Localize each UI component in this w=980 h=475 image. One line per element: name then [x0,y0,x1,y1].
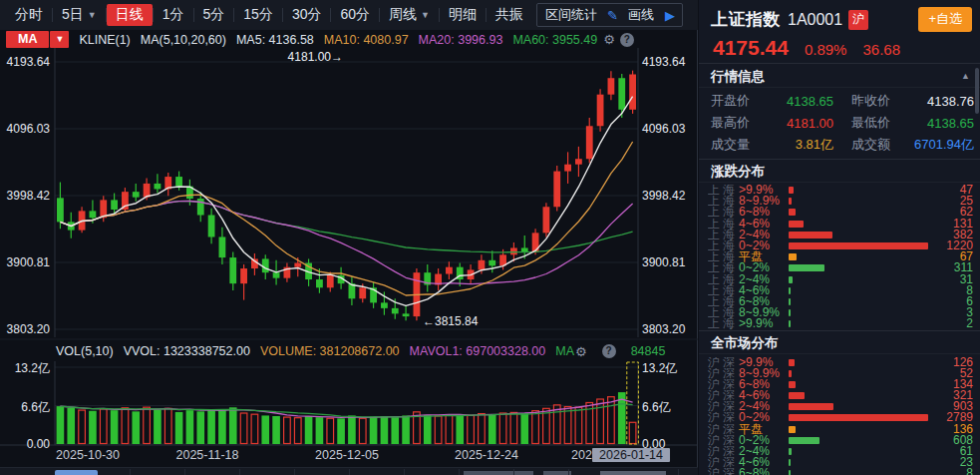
market-info-rows: 开盘价4138.65昨收价4138.76最高价4181.00最低价4138.65… [699,88,980,160]
watermark-text: 沪深 [699,390,739,401]
y-axis-tick-left: 4096.03 [0,122,50,136]
watermark-text: 沪深 [699,446,739,457]
count-bar [789,209,796,216]
watermark-text: 上海 [699,207,739,218]
info-value: 4138.65 [757,94,839,109]
distribution-rows: 上海>9.9%47上海8~9.9%25上海6~8%62上海4~6%131上海2~… [699,183,980,330]
count-bar [789,392,805,399]
info-value: 4181.00 [757,116,839,131]
count-bar [789,381,796,388]
panel-scrollbar[interactable] [975,68,979,114]
chart-area: 分时5日▼日线1分5分15分30分60分周线▼明细共振区间统计✎画线▶ MA ▼… [0,0,698,475]
watermark-text: 上海 [699,219,739,230]
date-label: 2025-11-18 [175,448,238,462]
watermark-text: 上海 [699,185,739,196]
distribution-header[interactable]: 涨跌分布 [699,160,980,183]
count-bar [789,232,832,238]
last-price: 4175.44 [713,36,789,60]
info-value: 4138.65 [897,116,980,131]
info-label: 成交量 [699,136,757,154]
watermark-text: 上海 [699,285,739,296]
kline-chart [0,0,698,475]
vvol-value: VVOL: 1323338752.00 [124,344,250,358]
count-bar [789,359,795,366]
gridlines [55,62,638,444]
count-bar [789,448,792,455]
info-row: 成交量3.81亿成交额6701.94亿 [699,134,980,156]
change-value: 36.68 [862,41,900,58]
quote-panel: 上证指数 1A0001 沪 +自选 4175.44 0.89% 36.68 行情… [699,0,980,475]
ma-lines [60,97,632,306]
watermark-text: 沪深 [699,379,739,390]
distribution-rows: 沪深>9.9%126沪深8~9.9%52沪深6~8%134沪深4~6%321沪深… [699,354,980,475]
watermark-text: 沪深 [699,401,739,412]
info-cell: 最低价4138.65 [839,114,980,132]
count-bar [789,198,792,205]
count-value: 2 [933,318,980,329]
info-label: 成交额 [839,136,897,154]
date-label: 2025-10-30 [56,448,120,462]
vol-label: VOL(5,10) [56,344,114,358]
distribution-row: 上海>9.9%2 [699,318,980,329]
distribution-row: 沪深6~8%8 [699,468,980,475]
watermark-text: 上海 [699,240,739,251]
selection-box [627,362,639,444]
info-row: 最高价4181.00最低价4138.65 [699,112,980,134]
watermark-text: 上海 [699,296,739,307]
info-cell: 成交额6701.94亿 [839,136,980,154]
watermark-text: 上海 [699,251,739,262]
help-icon[interactable]: ? [602,344,616,358]
distribution-header[interactable]: 全市场分布 [699,331,980,354]
watermark-text: 上海 [699,196,739,207]
count-bar [789,264,824,271]
y-axis-tick-right: 4193.64 [642,55,685,69]
count-bar [789,187,794,194]
y-axis-tick-right: 3900.81 [642,255,685,269]
volume-indicator-bar: VOL(5,10) VVOL: 1323338752.00 VOLUME: 38… [56,343,675,359]
quote-header: 上证指数 1A0001 沪 +自选 4175.44 0.89% 36.68 [699,0,980,64]
count-bar [789,276,793,283]
info-label: 昨收价 [839,92,897,110]
date-label: 2025-12-24 [455,448,518,462]
count-bar [789,414,928,421]
scroll-handle[interactable] [55,470,98,475]
index-code: 1A0001 [788,11,842,29]
low-price-annotation: ←3815.84 [423,314,478,328]
watermark-text: 沪深 [699,412,739,423]
distribution-section: 全市场分布沪深>9.9%126沪深8~9.9%52沪深6~8%134沪深4~6%… [699,331,980,475]
mavol2-value: 84845 [631,344,666,358]
watermark-text: 沪深 [699,357,739,368]
market-info-title: 行情信息 [711,69,765,84]
range-label: 6~8% [739,468,789,475]
distribution-sections: 涨跌分布上海>9.9%47上海8~9.9%25上海6~8%62上海4~6%131… [699,160,980,475]
y-axis-tick-left: 3900.81 [0,255,50,269]
market-info-header[interactable]: 行情信息 ▲ [699,65,980,88]
gear-icon[interactable]: ⚙ [575,344,587,359]
watermark-text: 沪深 [699,468,739,475]
count-bar [789,470,791,475]
info-value: 4138.76 [897,94,980,109]
info-cell: 成交量3.81亿 [699,136,839,154]
count-bar [789,287,791,294]
watermark-text: 沪深 [699,457,739,468]
info-cell: 昨收价4138.76 [839,92,980,110]
collapse-arrow-icon[interactable]: ▲ [961,65,970,88]
watermark-text: 上海 [699,274,739,285]
y-axis-tick-right: 4096.03 [642,122,685,136]
date-label: 2025-12-05 [315,448,379,462]
bottom-strip [0,467,698,475]
high-price-annotation: 4181.00→ [288,50,343,64]
stock-terminal: 分时5日▼日线1分5分15分30分60分周线▼明细共振区间统计✎画线▶ MA ▼… [0,0,980,475]
y-axis-tick-left: 4193.64 [0,55,50,69]
watermark-text: 沪深 [699,424,739,435]
info-label: 开盘价 [699,92,757,110]
info-label: 最高价 [699,114,757,132]
info-cell: 开盘价4138.65 [699,92,839,110]
count-bar [789,370,792,377]
y-axis-tick-right: 13.2亿 [642,360,677,377]
count-bar [789,221,804,228]
info-value: 3.81亿 [757,136,839,154]
add-watchlist-button[interactable]: +自选 [918,7,972,32]
mavol2-prefix: MA [555,344,574,358]
y-axis-tick-right: 6.6亿 [642,399,671,416]
